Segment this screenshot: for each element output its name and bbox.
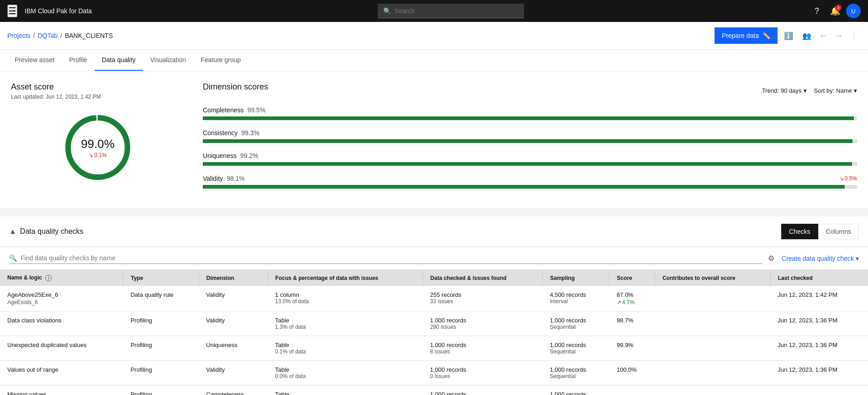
td-data-checked-1: 1,000 records 290 issues — [423, 311, 542, 336]
dq-section-header: ▲ Data quality checks Checks Columns — [0, 216, 868, 247]
td-contributes-2 — [655, 336, 771, 361]
hamburger-menu[interactable]: ☰ — [7, 5, 17, 17]
right-icons: ? 🔔 3 U — [810, 4, 861, 18]
th-score: Score — [609, 270, 655, 286]
th-data-checked: Data checked & issues found — [423, 270, 542, 286]
tab-data-quality[interactable]: Data quality — [95, 50, 143, 71]
breadcrumb-actions: Prepare data ✏️ ℹ️ 👥 ↩ ↪ ⋮ — [715, 27, 861, 44]
tab-visualization[interactable]: Visualization — [143, 50, 193, 71]
table-row: Unexpected duplicated values Profiling U… — [0, 336, 868, 361]
sort-select[interactable]: Sort by: Name ▾ — [814, 87, 857, 94]
td-last-checked-3: Jun 12, 2023, 1:36 PM — [770, 361, 868, 385]
td-sampling-0: 4,500 records Interval — [542, 286, 609, 311]
td-contributes-0 — [655, 286, 771, 311]
tab-feature-group[interactable]: Feature group — [193, 50, 248, 71]
dq-search-wrap: 🔍 — [9, 253, 762, 264]
dim-consistency-bar-bg — [203, 139, 857, 143]
dq-table-body: AgeAbove25Exe_6 AgeExists_6 Data quality… — [0, 286, 868, 395]
td-sampling-1: 1,000 records Sequential — [542, 311, 609, 336]
dimension-scores-panel: Dimension scores Trend: 90 days ▾ Sort b… — [203, 82, 857, 198]
trend-down-icon: ↘ — [89, 152, 93, 158]
more-icon[interactable]: ⋮ — [848, 29, 861, 43]
dq-checks-section: ▲ Data quality checks Checks Columns 🔍 ⚙… — [0, 216, 868, 395]
td-name-2: Unexpected duplicated values — [0, 336, 123, 361]
td-dimension-2: Uniqueness — [199, 336, 268, 361]
top-navigation: ☰ IBM Cloud Pak for Data 🔍 ? 🔔 3 U — [0, 0, 868, 22]
td-type-3: Profiling — [123, 361, 199, 385]
th-type: Type — [123, 270, 199, 286]
td-contributes-3 — [655, 361, 771, 385]
td-type-1: Profiling — [123, 311, 199, 336]
view-columns-btn[interactable]: Columns — [818, 224, 859, 239]
td-score-1: 98.7% — [609, 311, 655, 336]
undo-icon[interactable]: ↩ — [818, 29, 829, 43]
dim-completeness-bar-bg — [203, 116, 857, 120]
validity-trend-icon: ↘ — [839, 175, 844, 182]
info-icon-btn[interactable]: ℹ️ — [781, 29, 796, 43]
table-row: Values out of range Profiling Validity T… — [0, 361, 868, 385]
td-last-checked-4 — [770, 385, 868, 395]
dimension-header: Dimension scores Trend: 90 days ▾ Sort b… — [203, 82, 857, 99]
help-icon[interactable]: ? — [810, 4, 824, 18]
dim-validity-name: Validity 98.1% — [203, 175, 245, 182]
avatar[interactable]: U — [846, 4, 861, 18]
td-score-0: 87.0% ↗4.7% — [609, 286, 655, 311]
dq-search-bar: 🔍 ⚙ Create data quality check ▾ — [0, 247, 868, 270]
collapse-icon[interactable]: ▲ — [9, 227, 16, 236]
tab-profile[interactable]: Profile — [62, 50, 95, 71]
breadcrumb-dqtab[interactable]: DQTab — [37, 32, 58, 39]
view-checks-btn[interactable]: Checks — [781, 224, 818, 239]
filter-icon[interactable]: ⚙ — [768, 254, 774, 263]
td-score-4 — [609, 385, 655, 395]
dim-validity-trend: ↘ 0.5% — [839, 175, 857, 182]
td-last-checked-2: Jun 12, 2023, 1:36 PM — [770, 336, 868, 361]
redo-icon[interactable]: ↪ — [833, 29, 844, 43]
donut-container: 99.0% ↘ 0.1% — [11, 111, 185, 184]
td-last-checked-1: Jun 12, 2023, 1:36 PM — [770, 311, 868, 336]
main-content: Asset score Last updated: Jun 12, 2023, … — [0, 71, 868, 395]
create-check-chevron-icon: ▾ — [856, 255, 859, 262]
dim-item-consistency: Consistency 99.3% — [203, 129, 857, 143]
td-focus-3: Table 0.0% of data — [268, 361, 423, 385]
dim-uniqueness-name: Uniqueness 99.2% — [203, 152, 259, 159]
notifications-icon[interactable]: 🔔 3 — [828, 4, 842, 18]
td-data-checked-4: 1,000 records — [423, 385, 542, 395]
dim-item-uniqueness: Uniqueness 99.2% — [203, 152, 857, 166]
th-last-checked: Last checked — [770, 270, 868, 286]
dq-section-title: ▲ Data quality checks — [9, 227, 84, 236]
name-logic-info-icon[interactable]: i — [45, 275, 52, 281]
score-left-panel: Asset score Last updated: Jun 12, 2023, … — [11, 82, 185, 198]
breadcrumb-sep-2: / — [60, 32, 62, 39]
td-type-2: Profiling — [123, 336, 199, 361]
sort-chevron-icon: ▾ — [854, 87, 857, 94]
notifications-badge: 3 — [835, 5, 842, 11]
prepare-data-label: Prepare data — [722, 32, 759, 39]
prepare-data-button[interactable]: Prepare data ✏️ — [715, 27, 778, 44]
td-dimension-1: Validity — [199, 311, 268, 336]
asset-score-section: Asset score Last updated: Jun 12, 2023, … — [0, 71, 868, 209]
search-input[interactable] — [395, 7, 513, 15]
tab-preview-asset[interactable]: Preview asset — [7, 50, 62, 71]
dim-consistency-bar-fill — [203, 139, 852, 143]
dim-completeness-bar-fill — [203, 116, 854, 120]
trend-chevron-icon: ▾ — [804, 87, 807, 94]
dq-search-icon: 🔍 — [9, 254, 17, 262]
collaborators-icon[interactable]: 👥 — [799, 29, 814, 43]
td-name-3: Values out of range — [0, 361, 123, 385]
td-type-4: Profiling — [123, 385, 199, 395]
create-check-button[interactable]: Create data quality check ▾ — [782, 255, 859, 262]
breadcrumb-projects[interactable]: Projects — [7, 32, 31, 39]
td-contributes-1 — [655, 311, 771, 336]
td-type-0: Data quality rule — [123, 286, 199, 311]
th-name-logic: Name & logic i — [0, 270, 123, 286]
trend-select[interactable]: Trend: 90 days ▾ — [762, 87, 807, 94]
dim-consistency-name: Consistency 99.3% — [203, 129, 259, 137]
td-sampling-2: 1,000 records Sequential — [542, 336, 609, 361]
dim-completeness-score: 99.5% — [247, 106, 265, 114]
check-name-0: AgeAbove25Exe_6 — [7, 291, 116, 298]
dq-search-input[interactable] — [21, 254, 762, 262]
td-sampling-3: 1,000 records Sequential — [542, 361, 609, 385]
check-name-3: Values out of range — [7, 366, 116, 373]
td-contributes-4 — [655, 385, 771, 395]
td-focus-4: Table 0.0% of data — [268, 385, 423, 395]
